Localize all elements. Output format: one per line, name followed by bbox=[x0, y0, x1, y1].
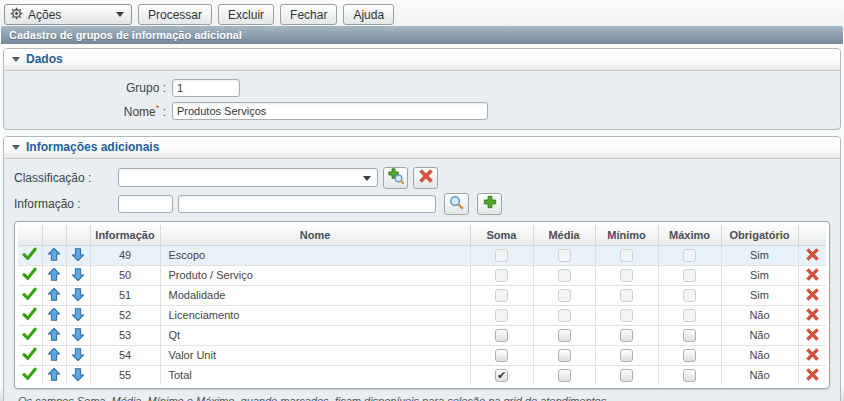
col-header-media: Média bbox=[533, 225, 595, 245]
move-down-cell[interactable] bbox=[66, 345, 90, 365]
fechar-button[interactable]: Fechar bbox=[280, 4, 337, 25]
delete-cell[interactable] bbox=[798, 265, 826, 285]
move-up-cell[interactable] bbox=[42, 245, 66, 265]
arrow-down-icon[interactable] bbox=[70, 267, 87, 282]
delete-icon[interactable] bbox=[802, 368, 824, 381]
move-down-cell[interactable] bbox=[66, 365, 90, 385]
delete-cell[interactable] bbox=[798, 325, 826, 345]
maximo-checkbox[interactable] bbox=[683, 329, 696, 342]
soma-checkbox[interactable] bbox=[495, 349, 508, 362]
arrow-up-icon[interactable] bbox=[46, 327, 63, 342]
maximo-checkbox[interactable] bbox=[683, 349, 696, 362]
classificacao-delete-button[interactable] bbox=[413, 167, 438, 189]
arrow-down-icon[interactable] bbox=[70, 307, 87, 322]
move-down-cell[interactable] bbox=[66, 325, 90, 345]
ajuda-button[interactable]: Ajuda bbox=[343, 4, 394, 25]
collapse-icon bbox=[12, 145, 20, 150]
delete-cell[interactable] bbox=[798, 365, 826, 385]
required-mark: * bbox=[156, 103, 160, 113]
col-header-obrigatorio: Obrigatório bbox=[721, 225, 798, 245]
confirm-icon[interactable] bbox=[21, 287, 39, 301]
confirm-cell[interactable] bbox=[18, 325, 42, 345]
nome-input[interactable] bbox=[172, 102, 488, 120]
delete-icon[interactable] bbox=[802, 248, 824, 261]
grupo-input[interactable] bbox=[172, 79, 240, 97]
move-down-cell[interactable] bbox=[66, 285, 90, 305]
arrow-up-icon[interactable] bbox=[46, 267, 63, 282]
confirm-icon[interactable] bbox=[21, 267, 39, 281]
processar-button[interactable]: Processar bbox=[138, 4, 212, 25]
arrow-up-icon[interactable] bbox=[46, 307, 63, 322]
delete-icon[interactable] bbox=[802, 328, 824, 341]
dados-panel-header[interactable]: Dados bbox=[4, 49, 840, 71]
soma-cell bbox=[470, 265, 533, 285]
move-down-cell[interactable] bbox=[66, 265, 90, 285]
soma-checkbox bbox=[495, 289, 508, 302]
actions-dropdown[interactable]: Ações bbox=[4, 4, 132, 25]
plus-icon bbox=[483, 195, 497, 212]
arrow-up-icon[interactable] bbox=[46, 367, 63, 382]
media-checkbox[interactable] bbox=[558, 369, 571, 382]
confirm-cell[interactable] bbox=[18, 345, 42, 365]
confirm-cell[interactable] bbox=[18, 305, 42, 325]
page-title: Cadastro de grupos de informação adicion… bbox=[1, 26, 843, 44]
move-up-cell[interactable] bbox=[42, 305, 66, 325]
col-header-nome: Nome bbox=[160, 225, 470, 245]
arrow-up-icon[interactable] bbox=[46, 287, 63, 302]
soma-cell bbox=[470, 345, 533, 365]
delete-cell[interactable] bbox=[798, 305, 826, 325]
move-down-cell[interactable] bbox=[66, 305, 90, 325]
classificacao-select[interactable] bbox=[118, 168, 378, 187]
confirm-cell[interactable] bbox=[18, 265, 42, 285]
arrow-down-icon[interactable] bbox=[70, 247, 87, 262]
informacoes-panel-header[interactable]: Informações adicionais bbox=[4, 137, 840, 159]
move-up-cell[interactable] bbox=[42, 265, 66, 285]
confirm-cell[interactable] bbox=[18, 245, 42, 265]
nome-cell: Valor Unit bbox=[160, 345, 470, 365]
delete-icon[interactable] bbox=[802, 348, 824, 361]
gear-icon bbox=[10, 7, 23, 23]
informacao-name-input[interactable] bbox=[178, 195, 436, 213]
confirm-icon[interactable] bbox=[21, 367, 39, 381]
confirm-icon[interactable] bbox=[21, 327, 39, 341]
maximo-checkbox[interactable] bbox=[683, 369, 696, 382]
media-checkbox[interactable] bbox=[558, 329, 571, 342]
arrow-up-icon[interactable] bbox=[46, 247, 63, 262]
minimo-checkbox[interactable] bbox=[620, 329, 633, 342]
excluir-button[interactable]: Excluir bbox=[218, 4, 274, 25]
confirm-icon[interactable] bbox=[21, 347, 39, 361]
soma-checkbox[interactable] bbox=[495, 329, 508, 342]
confirm-cell[interactable] bbox=[18, 285, 42, 305]
informacao-code-input[interactable] bbox=[118, 195, 173, 213]
minimo-checkbox[interactable] bbox=[620, 349, 633, 362]
classificacao-row: Classificação : bbox=[14, 166, 830, 189]
delete-icon[interactable] bbox=[802, 288, 824, 301]
move-up-cell[interactable] bbox=[42, 345, 66, 365]
delete-cell[interactable] bbox=[798, 285, 826, 305]
minimo-checkbox[interactable] bbox=[620, 369, 633, 382]
arrow-up-icon[interactable] bbox=[46, 347, 63, 362]
maximo-cell bbox=[658, 285, 721, 305]
arrow-down-icon[interactable] bbox=[70, 347, 87, 362]
classificacao-add-search-button[interactable] bbox=[383, 167, 408, 189]
move-up-cell[interactable] bbox=[42, 285, 66, 305]
move-up-cell[interactable] bbox=[42, 325, 66, 345]
delete-icon[interactable] bbox=[802, 308, 824, 321]
move-up-cell[interactable] bbox=[42, 365, 66, 385]
confirm-icon[interactable] bbox=[21, 247, 39, 261]
delete-cell[interactable] bbox=[798, 245, 826, 265]
confirm-cell[interactable] bbox=[18, 365, 42, 385]
nome-cell: Licenciamento bbox=[160, 305, 470, 325]
delete-cell[interactable] bbox=[798, 345, 826, 365]
arrow-down-icon[interactable] bbox=[70, 367, 87, 382]
obrigatorio-cell: Não bbox=[721, 305, 798, 325]
confirm-icon[interactable] bbox=[21, 307, 39, 321]
arrow-down-icon[interactable] bbox=[70, 327, 87, 342]
media-checkbox[interactable] bbox=[558, 349, 571, 362]
delete-icon[interactable] bbox=[802, 268, 824, 281]
move-down-cell[interactable] bbox=[66, 245, 90, 265]
informacao-search-button[interactable] bbox=[444, 193, 469, 215]
soma-checkbox[interactable] bbox=[495, 369, 508, 382]
informacao-add-button[interactable] bbox=[477, 193, 502, 215]
arrow-down-icon[interactable] bbox=[70, 287, 87, 302]
